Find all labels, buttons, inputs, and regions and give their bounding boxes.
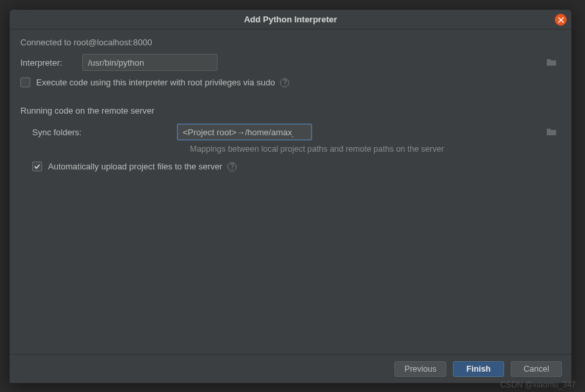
sudo-label: Execute code using this interpreter with… — [36, 77, 275, 87]
sudo-row: Execute code using this interpreter with… — [20, 77, 561, 87]
interpreter-label: Interpreter: — [20, 58, 82, 68]
folder-icon[interactable] — [546, 57, 557, 66]
sync-row: Sync folders: — [32, 123, 561, 141]
add-interpreter-dialog: Add Python Interpreter Connected to root… — [9, 9, 572, 383]
auto-upload-checkbox[interactable] — [32, 162, 42, 171]
cancel-button[interactable]: Cancel — [511, 361, 562, 377]
folder-icon[interactable] — [546, 127, 557, 136]
titlebar: Add Python Interpreter — [10, 10, 571, 30]
connection-status: Connected to root@localhost:8000 — [20, 37, 561, 47]
previous-button[interactable]: Previous — [394, 361, 446, 377]
sync-folders-input[interactable] — [177, 123, 312, 141]
sync-folders-label: Sync folders: — [32, 127, 177, 137]
close-icon — [558, 17, 564, 23]
help-icon[interactable]: ? — [280, 78, 289, 87]
sudo-checkbox[interactable] — [20, 77, 30, 87]
button-bar: Previous Finish Cancel — [10, 354, 571, 383]
interpreter-input[interactable] — [82, 54, 218, 71]
interpreter-input-wrap — [82, 54, 561, 71]
auto-upload-label: Automatically upload project files to th… — [48, 162, 222, 171]
sync-hint: Mappings between local project paths and… — [190, 144, 561, 154]
auto-upload-row: Automatically upload project files to th… — [32, 162, 561, 171]
finish-button[interactable]: Finish — [453, 361, 504, 377]
dialog-title: Add Python Interpreter — [244, 14, 337, 24]
spacer — [20, 178, 561, 354]
interpreter-row: Interpreter: — [20, 54, 561, 71]
help-icon[interactable]: ? — [227, 162, 237, 171]
dialog-content: Connected to root@localhost:8000 Interpr… — [10, 30, 571, 354]
close-button[interactable] — [555, 14, 567, 26]
section-title: Running code on the remote server — [20, 106, 561, 116]
sync-input-wrap — [177, 123, 561, 141]
